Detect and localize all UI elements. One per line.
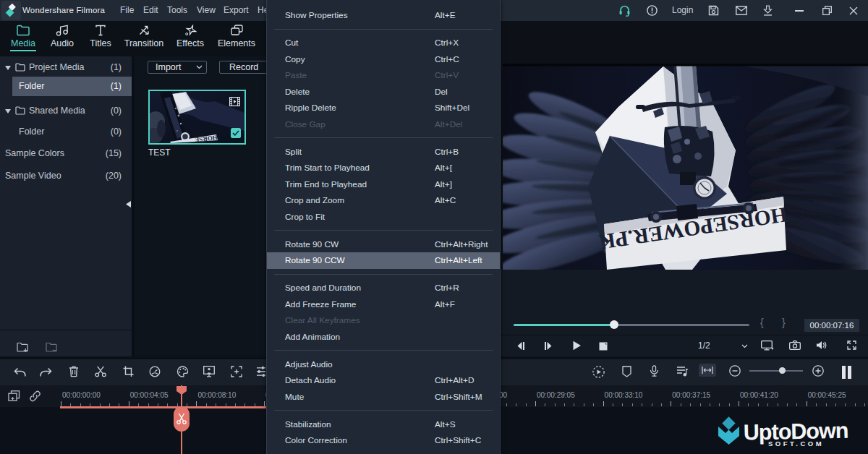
svg-text:SOFT.COM: SOFT.COM: [768, 440, 824, 447]
